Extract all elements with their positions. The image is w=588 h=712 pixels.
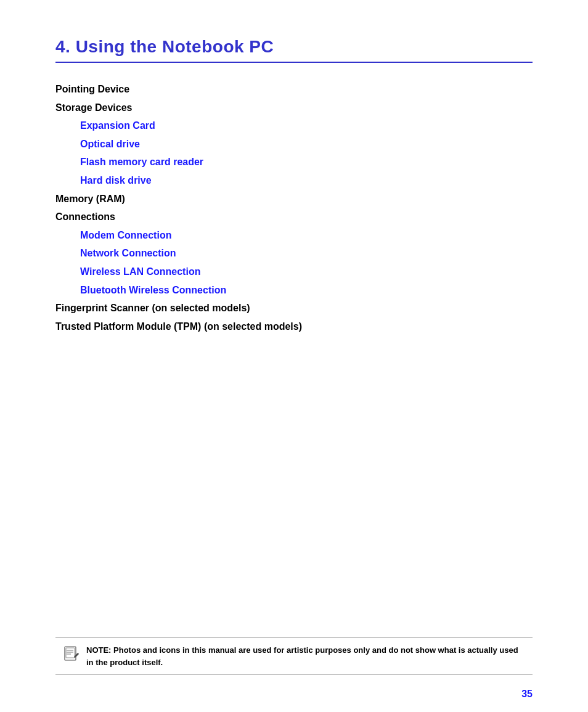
toc-item-network-connection: Network Connection bbox=[55, 244, 533, 263]
toc-item-hard-disk: Hard disk drive bbox=[55, 171, 533, 190]
note-section: NOTE: Photos and icons in this manual ar… bbox=[55, 637, 533, 675]
page-number: 35 bbox=[521, 689, 533, 700]
toc-item-wireless-lan: Wireless LAN Connection bbox=[55, 263, 533, 281]
chapter-title: 4. Using the Notebook PC bbox=[55, 37, 533, 57]
page-container: 4. Using the Notebook PC Pointing Device… bbox=[0, 0, 588, 712]
toc-item-fingerprint: Fingerprint Scanner (on selected models) bbox=[55, 299, 533, 317]
title-underline bbox=[55, 62, 533, 63]
toc-item-optical-drive: Optical drive bbox=[55, 135, 533, 153]
note-icon bbox=[63, 645, 80, 663]
toc-item-pointing-device: Pointing Device bbox=[55, 80, 533, 99]
svg-rect-1 bbox=[66, 648, 75, 658]
toc-item-tpm: Trusted Platform Module (TPM) (on select… bbox=[55, 317, 533, 336]
toc-item-bluetooth: Bluetooth Wireless Connection bbox=[55, 281, 533, 300]
note-text: NOTE: Photos and icons in this manual ar… bbox=[86, 644, 525, 668]
toc-list: Pointing Device Storage Devices Expansio… bbox=[55, 80, 533, 335]
toc-item-connections: Connections bbox=[55, 208, 533, 226]
toc-item-modem-connection: Modem Connection bbox=[55, 226, 533, 245]
toc-item-flash-memory: Flash memory card reader bbox=[55, 153, 533, 171]
toc-item-storage-devices: Storage Devices bbox=[55, 99, 533, 117]
toc-item-expansion-card: Expansion Card bbox=[55, 117, 533, 135]
toc-item-memory-ram: Memory (RAM) bbox=[55, 190, 533, 208]
